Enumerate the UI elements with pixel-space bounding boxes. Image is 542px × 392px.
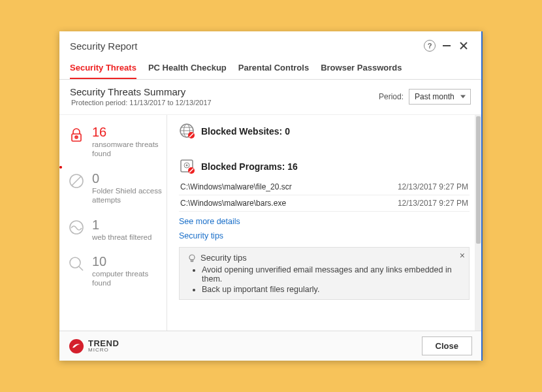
close-icon xyxy=(459,41,468,50)
svg-rect-25 xyxy=(191,259,193,261)
minimize-button[interactable] xyxy=(438,38,455,54)
stat-computer-threats-num: 10 xyxy=(92,255,163,268)
row-time: 12/13/2017 9:27 PM xyxy=(398,199,468,208)
row-path: C:\Windows\malware\file_20.scr xyxy=(180,182,398,191)
titlebar: Security Report ? xyxy=(59,31,481,59)
blocked-programs-title: Blocked Programs: 16 xyxy=(201,161,298,172)
blocked-websites-head: Blocked Websites: 0 xyxy=(179,123,470,140)
tips-title: Security tips xyxy=(187,253,462,263)
blocked-websites-count: 0 xyxy=(285,126,290,137)
footer: TREND MICRO Close xyxy=(59,331,481,361)
stat-web-threat-num: 1 xyxy=(92,218,163,231)
wave-icon xyxy=(67,218,86,237)
svg-point-26 xyxy=(69,339,84,353)
stat-ransomware-num: 16 xyxy=(92,125,163,139)
svg-point-21 xyxy=(186,165,188,167)
security-tips-link[interactable]: Security tips xyxy=(179,231,470,240)
see-more-link[interactable]: See more details xyxy=(179,217,470,226)
stat-computer-threats-label: computer threats found xyxy=(92,269,163,288)
minimize-icon xyxy=(442,41,451,50)
tab-pc-health-checkup[interactable]: PC Health Checkup xyxy=(148,59,227,79)
lightbulb-icon xyxy=(187,253,197,263)
table-row: C:\Windows\malware\bars.exe 12/13/2017 9… xyxy=(179,195,470,212)
red-dot xyxy=(59,166,62,169)
tips-list: Avoid opening unverified email messages … xyxy=(187,265,462,294)
period-label: Period: xyxy=(379,92,404,101)
globe-blocked-icon xyxy=(179,123,196,140)
brand-sub: MICRO xyxy=(88,348,119,352)
stat-computer-threats[interactable]: 10 computer threats found xyxy=(66,252,163,299)
window-title: Security Report xyxy=(70,41,421,52)
blocked-websites-prefix: Blocked Websites: xyxy=(201,126,282,137)
tips-title-text: Security tips xyxy=(200,253,247,263)
magnify-icon xyxy=(67,255,86,273)
tips-close-button[interactable]: × xyxy=(460,250,465,261)
row-path: C:\Windows\malware\bars.exe xyxy=(180,199,398,208)
body: 16 ransomware threats found 0 Folder Shi… xyxy=(59,115,481,331)
svg-line-11 xyxy=(79,267,83,270)
tip-item: Avoid opening unverified email messages … xyxy=(202,265,462,284)
stat-folder-shield-num: 0 xyxy=(92,172,163,185)
scrollbar[interactable] xyxy=(475,115,481,331)
stat-ransomware[interactable]: 16 ransomware threats found xyxy=(66,123,163,169)
close-button[interactable]: Close xyxy=(422,336,472,355)
stat-web-threat-label: web threat filtered xyxy=(92,233,163,242)
help-button[interactable]: ? xyxy=(421,38,438,54)
stat-folder-shield[interactable]: 0 Folder Shield access attempts xyxy=(66,169,163,216)
stat-folder-shield-label: Folder Shield access attempts xyxy=(92,186,163,205)
security-tips-box: × Security tips Avoid opening unverified… xyxy=(179,247,470,300)
stat-ransomware-label: ransomware threats found xyxy=(92,140,163,159)
brand-name: TREND xyxy=(88,340,119,348)
period-select[interactable]: Past month xyxy=(409,89,471,105)
svg-point-24 xyxy=(189,255,195,260)
stat-web-threat[interactable]: 1 web threat filtered xyxy=(66,216,163,252)
brand-logo: TREND MICRO xyxy=(69,338,119,354)
tab-parental-controls[interactable]: Parental Controls xyxy=(238,59,309,79)
lock-icon xyxy=(67,125,86,144)
blocked-websites-title: Blocked Websites: 0 xyxy=(201,126,290,137)
protection-period: Protection period: 11/13/2017 to 12/13/2… xyxy=(70,99,379,106)
circle-slash-icon xyxy=(67,172,86,190)
svg-line-8 xyxy=(72,176,81,186)
close-window-button[interactable] xyxy=(455,38,472,54)
trend-micro-icon xyxy=(69,338,84,354)
blocked-programs-prefix: Blocked Programs: xyxy=(201,161,285,172)
tab-browser-passwords[interactable]: Browser Passwords xyxy=(321,59,402,79)
summary-title: Security Threats Summary xyxy=(70,86,379,97)
scroll-thumb[interactable] xyxy=(476,116,481,244)
security-report-window: Security Report ? Security Threats PC He… xyxy=(59,31,483,361)
tab-security-threats[interactable]: Security Threats xyxy=(70,59,136,79)
program-blocked-icon xyxy=(179,158,196,175)
table-row: C:\Windows\malware\file_20.scr 12/13/201… xyxy=(179,179,470,195)
blocked-programs-head: Blocked Programs: 16 xyxy=(179,158,470,175)
help-icon: ? xyxy=(424,40,436,52)
tip-item: Back up important files regularly. xyxy=(202,285,462,294)
row-time: 12/13/2017 9:27 PM xyxy=(398,182,468,191)
sidebar: 16 ransomware threats found 0 Folder Shi… xyxy=(59,115,167,331)
period-value: Past month xyxy=(415,92,454,101)
tabs: Security Threats PC Health Checkup Paren… xyxy=(59,59,481,80)
main-panel: Blocked Websites: 0 Blocked Programs: 16… xyxy=(167,115,481,331)
blocked-programs-count: 16 xyxy=(287,161,298,172)
summary-bar: Security Threats Summary Protection peri… xyxy=(59,80,481,115)
svg-point-10 xyxy=(70,257,80,268)
